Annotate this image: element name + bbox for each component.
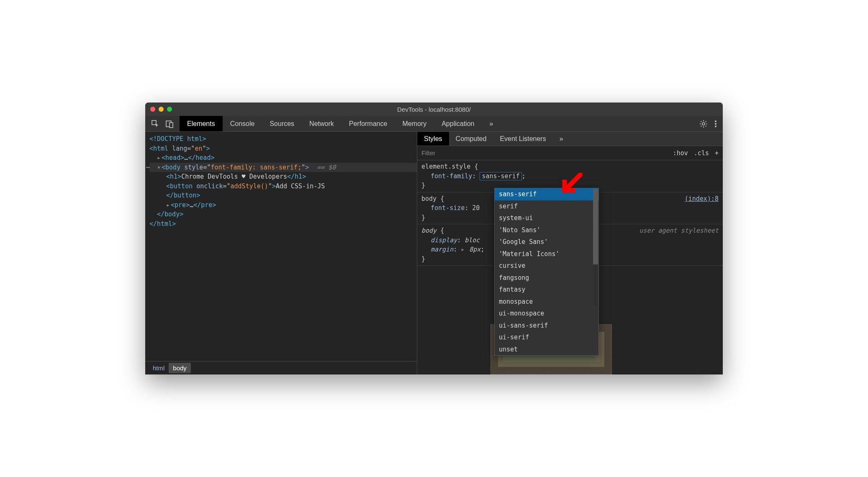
ac-item[interactable]: fangsong [495, 272, 598, 284]
user-agent-label: user agent stylesheet [639, 226, 719, 236]
tab-application[interactable]: Application [434, 116, 482, 131]
close-window-button[interactable] [150, 107, 155, 112]
dom-body-close[interactable]: </body> [149, 210, 417, 219]
ac-item[interactable]: ui-sans-serif [495, 320, 598, 332]
annotation-arrow-icon [560, 173, 582, 198]
device-toolbar-icon[interactable] [165, 120, 174, 128]
tab-memory[interactable]: Memory [395, 116, 434, 131]
elements-panel: <!DOCTYPE html> <html lang="en"> ▸<head>… [145, 132, 417, 374]
tab-styles[interactable]: Styles [417, 132, 449, 146]
minimize-window-button[interactable] [159, 107, 164, 112]
main-toolbar: Elements Console Sources Network Perform… [145, 116, 723, 132]
dom-body-open-selected[interactable]: ▾<body style="font-family: sans-serif;">… [149, 163, 417, 172]
ac-item[interactable]: cursive [495, 260, 598, 272]
ac-item[interactable]: 'Noto Sans' [495, 224, 598, 236]
tab-console[interactable]: Console [223, 116, 262, 131]
window-titlebar: DevTools - localhost:8080/ [145, 103, 723, 116]
styles-filter-bar: :hov .cls + [417, 146, 723, 160]
ac-item[interactable]: sans-serif [495, 188, 598, 200]
svg-point-3 [702, 123, 705, 125]
dom-doctype[interactable]: <!DOCTYPE html> [149, 134, 417, 144]
tab-event-listeners[interactable]: Event Listeners [493, 132, 552, 146]
font-family-value-input[interactable]: sans-serif [480, 172, 521, 180]
svg-point-5 [715, 123, 716, 125]
window-title: DevTools - localhost:8080/ [145, 106, 723, 113]
ac-item[interactable]: unset [495, 344, 598, 356]
styles-tabs-overflow[interactable]: » [553, 132, 570, 146]
breadcrumb: html body [145, 361, 417, 374]
fullscreen-window-button[interactable] [167, 107, 172, 112]
styles-panel: Styles Computed Event Listeners » :hov .… [417, 132, 723, 374]
css-rules: element.style { font-family: sans-serif;… [417, 160, 723, 374]
hov-toggle[interactable]: :hov [673, 149, 688, 157]
dom-button-close[interactable]: </button> [149, 191, 417, 200]
dom-tree[interactable]: <!DOCTYPE html> <html lang="en"> ▸<head>… [145, 132, 417, 361]
ac-item[interactable]: ui-serif [495, 331, 598, 344]
ac-item[interactable]: ui-monospace [495, 308, 598, 320]
styles-filter-input[interactable] [421, 149, 673, 156]
ac-item[interactable]: serif [495, 200, 598, 213]
autocomplete-scroll-thumb[interactable] [593, 189, 598, 264]
ac-item[interactable]: monospace [495, 296, 598, 308]
svg-point-4 [715, 121, 716, 122]
ac-item[interactable]: fantasy [495, 284, 598, 296]
kebab-menu-icon[interactable] [714, 120, 717, 128]
devtools-window: DevTools - localhost:8080/ Elements Cons… [145, 103, 723, 374]
dom-pre[interactable]: ▸<pre>…</pre> [149, 200, 417, 210]
content-area: <!DOCTYPE html> <html lang="en"> ▸<head>… [145, 132, 723, 374]
main-tabs: Elements Console Sources Network Perform… [180, 116, 501, 131]
tabs-overflow[interactable]: » [482, 116, 501, 131]
tab-sources[interactable]: Sources [262, 116, 302, 131]
ac-item[interactable]: 'Material Icons' [495, 248, 598, 260]
cls-toggle[interactable]: .cls [694, 149, 709, 157]
tab-network[interactable]: Network [302, 116, 342, 131]
tab-performance[interactable]: Performance [342, 116, 395, 131]
settings-gear-icon[interactable] [699, 120, 708, 128]
new-rule-button[interactable]: + [715, 149, 719, 157]
dom-html-close[interactable]: </html> [149, 219, 417, 229]
dom-h1[interactable]: <h1>Chrome DevTools ♥ Developers</h1> [149, 172, 417, 182]
styles-tabs: Styles Computed Event Listeners » [417, 132, 723, 146]
dom-head[interactable]: ▸<head>…</head> [149, 153, 417, 163]
svg-rect-2 [169, 123, 173, 128]
inspect-element-icon[interactable] [151, 120, 159, 128]
ac-item[interactable]: system-ui [495, 212, 598, 224]
tab-elements[interactable]: Elements [180, 116, 223, 131]
tab-computed[interactable]: Computed [449, 132, 493, 146]
traffic-lights [150, 107, 172, 112]
ac-item[interactable]: 'Google Sans' [495, 236, 598, 248]
svg-point-6 [715, 126, 716, 127]
rule-source-link[interactable]: (index):8 [685, 194, 719, 204]
font-family-autocomplete[interactable]: sans-serif serif system-ui 'Noto Sans' '… [494, 188, 599, 356]
dom-button[interactable]: <button onclick="addStyle()">Add CSS-in-… [149, 182, 417, 191]
dom-html-open[interactable]: <html lang="en"> [149, 144, 417, 154]
crumb-body[interactable]: body [169, 363, 191, 373]
crumb-html[interactable]: html [149, 363, 169, 373]
